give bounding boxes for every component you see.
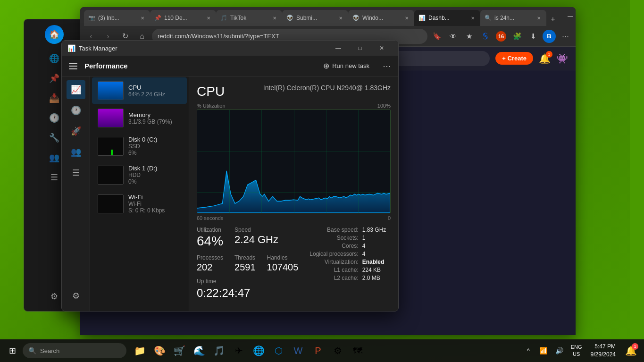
wifi-status-icon[interactable]: 📶 — [537, 341, 550, 360]
sidebar-users-icon[interactable]: 👥 — [67, 143, 85, 161]
browser-tabs: 📷 (3) Inb... ✕ 📌 110 De... ✕ 🎵 TikTok ✕ … — [84, 7, 560, 26]
tab-dashboard[interactable]: 📊 Dashb... ✕ — [414, 10, 480, 26]
tab-tiktok-title: TikTok — [230, 15, 268, 21]
cpu-info-section: Base speed: 1.83 GHz Sockets: 1 Cores: 4 — [309, 227, 398, 300]
taskbar-search-bar[interactable]: 🔍 Search — [23, 343, 126, 358]
wifi-device-sub2: Wi-Fi — [128, 201, 181, 207]
tab-reddit-submit[interactable]: 👽 Submi... ✕ — [282, 10, 348, 26]
notification-bell-button[interactable]: 🔔 1 — [621, 341, 640, 360]
tab-reddit-windows[interactable]: 👽 Windo... ✕ — [348, 10, 414, 26]
tab-reddit-windows-close[interactable]: ✕ — [403, 14, 410, 22]
task-manager-close-button[interactable]: ✕ — [371, 41, 393, 56]
chart-grid — [197, 110, 390, 213]
tab-search[interactable]: 🔍 is 24h... ✕ — [480, 10, 546, 26]
taskbar-telegram[interactable]: ✈ — [229, 341, 248, 360]
disk1-thumbnail — [98, 166, 124, 185]
hamburger-line-2 — [69, 66, 77, 67]
language-indicator[interactable]: ENG US — [568, 343, 585, 359]
taskbar-maps[interactable]: 🗺 — [348, 341, 367, 360]
utilization-stat-label: Utilization — [197, 227, 223, 233]
logical-processors-key: Logical processors: — [309, 251, 362, 259]
taskbar-file-explorer[interactable]: 📁 — [130, 341, 149, 360]
browser-shazam-icon[interactable]: 𝕊 — [478, 30, 492, 43]
taskbar-word[interactable]: W — [289, 341, 308, 360]
chart-axis-labels: % Utilization 100% — [197, 103, 391, 109]
browser-download-icon[interactable]: ⬇ — [527, 30, 540, 43]
tab-tiktok[interactable]: 🎵 TikTok ✕ — [216, 10, 282, 26]
cpu-performance-panel: CPU Intel(R) Celeron(R) CPU N2940@ 1.83G… — [189, 76, 398, 311]
sidebar-performance-icon[interactable]: 📈 — [67, 80, 85, 99]
reddit-create-button[interactable]: + Create — [495, 52, 533, 65]
tab-reddit-windows-title: Windo... — [362, 15, 400, 21]
cpu-device-name: CPU — [128, 84, 181, 91]
tab-pinterest[interactable]: 📌 110 De... ✕ — [150, 10, 216, 26]
taskbar-store[interactable]: 🛒 — [170, 341, 189, 360]
taskbar-edge-browser[interactable]: 🌊 — [190, 341, 209, 360]
cpu-device-sub: 64% 2.24 GHz — [128, 91, 181, 98]
task-manager-minimize-button[interactable]: — — [327, 41, 349, 56]
disk0-thumbnail — [98, 137, 124, 156]
memory-device-sub: 3.1/3.9 GB (79%) — [128, 118, 181, 125]
device-item-disk1[interactable]: Disk 1 (D:) HDD 0% — [92, 161, 187, 189]
l2-cache-key: L2 cache: — [309, 275, 362, 283]
taskbar-browser2[interactable]: 🌐 — [249, 341, 268, 360]
sockets-key: Sockets: — [309, 235, 362, 243]
browser-extensions-icon[interactable]: 🧩 — [510, 30, 524, 43]
task-manager-toolbar: Performance ⊕ Run new task ⋯ — [62, 56, 398, 76]
browser-privacy-icon[interactable]: 👁 — [446, 30, 460, 43]
volume-icon[interactable]: 🔊 — [553, 341, 566, 360]
tiktok-favicon: 🎵 — [220, 14, 227, 22]
tab-reddit-submit-close[interactable]: ✕ — [337, 14, 344, 22]
taskbar-vscode[interactable]: ⬡ — [269, 341, 288, 360]
run-new-task-button[interactable]: ⊕ Run new task — [317, 58, 376, 74]
device-item-wifi[interactable]: Wi-Fi Wi-Fi S: 0 R: 0 Kbps — [92, 190, 187, 218]
task-manager-maximize-button[interactable]: □ — [349, 41, 371, 56]
device-item-cpu[interactable]: CPU 64% 2.24 GHz — [92, 77, 187, 104]
system-clock[interactable]: 5:47 PM 9/29/2024 — [587, 342, 619, 360]
browser-window-controls: — □ ✕ — [560, 9, 576, 24]
virtualization-key: Virtualization: — [309, 259, 362, 267]
browser-save-icon[interactable]: 🔖 — [430, 30, 443, 43]
taskbar-music[interactable]: 🎵 — [209, 341, 228, 360]
handles-stat-label: Handles — [267, 254, 299, 261]
sidebar-services-icon[interactable]: ⚙ — [67, 288, 85, 307]
reddit-user-avatar[interactable]: 👾 — [556, 53, 568, 64]
task-manager-more-button[interactable]: ⋯ — [379, 59, 394, 74]
system-tray-expand[interactable]: ^ — [522, 341, 535, 360]
virtualization-row: Virtualization: Enabled — [309, 259, 386, 267]
chevron-up-icon: ^ — [527, 347, 530, 354]
cpu-stats-secondary: Processes 202 Threads 2591 Handles 10740… — [197, 254, 298, 272]
tools-icon: 🔧 — [49, 133, 59, 143]
logical-processors-value: 4 — [362, 251, 386, 259]
device-item-memory[interactable]: Memory 3.1/3.9 GB (79%) — [92, 105, 187, 131]
device-item-disk0[interactable]: Disk 0 (C:) SSD 6% — [92, 132, 187, 160]
tab-dashboard-close[interactable]: ✕ — [469, 14, 477, 22]
start-button[interactable]: ⊞ — [4, 342, 21, 359]
taskbar-copilot[interactable]: 🎨 — [150, 341, 169, 360]
sidebar-details-icon[interactable]: ☰ — [67, 163, 85, 182]
cpu-stats-main: Utilization 64% Speed 2.24 GHz — [197, 227, 298, 249]
wifi-mini-chart — [98, 195, 123, 213]
address-bar-url: reddit.com/r/Windows11/submit/?type=TEXT — [158, 33, 279, 40]
powerpoint-icon: P — [315, 345, 321, 356]
task-manager-titlebar: 📊 Task Manager — □ ✕ — [62, 41, 398, 56]
new-tab-button[interactable]: + — [546, 13, 560, 26]
browser-menu-button[interactable]: ⋯ — [559, 30, 572, 43]
tab-search-close[interactable]: ✕ — [535, 14, 543, 22]
tab-instagram[interactable]: 📷 (3) Inb... ✕ — [84, 10, 150, 26]
taskbar-settings-app[interactable]: ⚙ — [328, 341, 347, 360]
browser-favorite-icon[interactable]: ★ — [462, 30, 476, 43]
hamburger-line-1 — [69, 63, 77, 64]
reddit-notifications[interactable]: 🔔 3 — [539, 53, 551, 64]
browser-titlebar: 📷 (3) Inb... ✕ 📌 110 De... ✕ 🎵 TikTok ✕ … — [80, 7, 576, 26]
tab-pinterest-close[interactable]: ✕ — [205, 14, 212, 22]
sidebar-app-history-icon[interactable]: 🕐 — [67, 101, 85, 120]
sidebar-startup-icon[interactable]: 🚀 — [67, 122, 85, 141]
system-icons-group: 📶 🔊 — [537, 341, 566, 360]
task-manager-hamburger-button[interactable] — [66, 59, 81, 74]
tab-instagram-close[interactable]: ✕ — [139, 14, 146, 22]
taskbar-powerpoint[interactable]: P — [309, 341, 327, 360]
browser-user-button[interactable]: B — [543, 30, 556, 43]
browser-minimize-button[interactable]: — — [560, 9, 576, 24]
tab-tiktok-close[interactable]: ✕ — [271, 14, 278, 22]
